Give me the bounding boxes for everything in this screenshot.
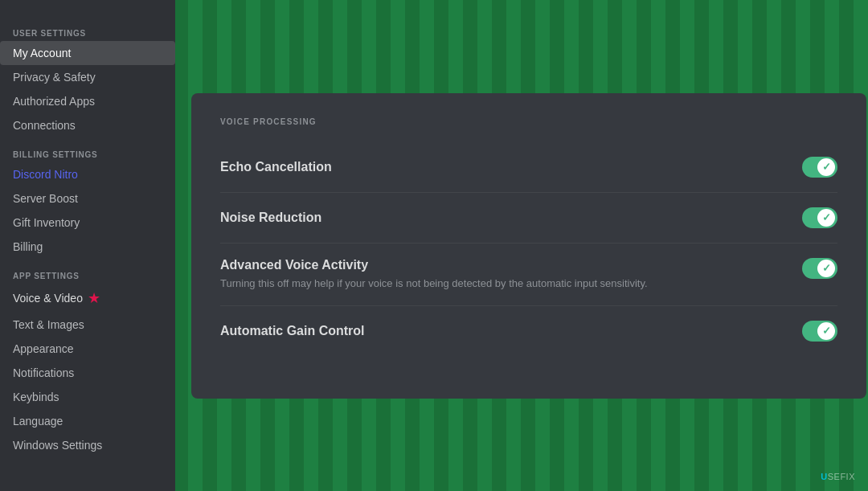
echo-cancellation-label: Echo Cancellation: [220, 160, 332, 174]
sidebar-item-connections[interactable]: Connections: [0, 113, 175, 137]
sidebar-item-server-boost[interactable]: Server Boost: [0, 186, 175, 211]
advanced-voice-activity-text: Advanced Voice Activity Turning this off…: [220, 258, 648, 291]
echo-cancellation-toggle[interactable]: ✓: [802, 157, 837, 178]
billing-settings-section-label: BILLING SETTINGS: [0, 137, 175, 162]
sidebar-item-voice-video[interactable]: Voice & Video ★: [0, 284, 175, 313]
setting-row-echo-cancellation: Echo Cancellation ✓: [220, 142, 837, 193]
advanced-voice-activity-toggle[interactable]: ✓: [802, 258, 837, 279]
sidebar-item-privacy-safety[interactable]: Privacy & Safety: [0, 65, 175, 89]
sidebar-item-text-images[interactable]: Text & Images: [0, 313, 175, 337]
check-icon: ✓: [822, 211, 831, 223]
settings-panel: VOICE PROCESSING Echo Cancellation ✓ Noi…: [191, 93, 866, 399]
automatic-gain-control-toggle[interactable]: ✓: [802, 321, 837, 342]
watermark: USEFIX: [821, 472, 855, 481]
advanced-voice-activity-label: Advanced Voice Activity: [220, 258, 648, 272]
noise-reduction-toggle[interactable]: ✓: [802, 207, 837, 228]
setting-row-automatic-gain-control: Automatic Gain Control ✓: [220, 306, 837, 356]
voice-video-label: Voice & Video: [13, 292, 83, 305]
sidebar-item-appearance[interactable]: Appearance: [0, 337, 175, 361]
toggle-knob: ✓: [817, 158, 835, 176]
check-icon: ✓: [822, 325, 831, 337]
automatic-gain-control-label: Automatic Gain Control: [220, 324, 365, 338]
watermark-suffix: SEFIX: [828, 472, 855, 481]
section-title: VOICE PROCESSING: [220, 117, 837, 126]
toggle-knob: ✓: [817, 209, 835, 227]
sidebar-item-my-account[interactable]: My Account: [0, 41, 175, 65]
toggle-knob: ✓: [817, 322, 835, 340]
setting-row-advanced-voice-activity: Advanced Voice Activity Turning this off…: [220, 243, 837, 306]
sidebar-item-windows-settings[interactable]: Windows Settings: [0, 433, 175, 457]
star-icon: ★: [88, 289, 100, 307]
sidebar-item-language[interactable]: Language: [0, 409, 175, 433]
sidebar-item-authorized-apps[interactable]: Authorized Apps: [0, 89, 175, 113]
sidebar-item-gift-inventory[interactable]: Gift Inventory: [0, 211, 175, 235]
sidebar: USER SETTINGS My Account Privacy & Safet…: [0, 0, 175, 491]
setting-row-noise-reduction: Noise Reduction ✓: [220, 193, 837, 243]
toggle-knob: ✓: [817, 260, 835, 277]
check-icon: ✓: [822, 161, 831, 173]
main-content: VOICE PROCESSING Echo Cancellation ✓ Noi…: [175, 0, 868, 491]
watermark-u: U: [821, 472, 827, 481]
advanced-voice-activity-desc: Turning this off may help if your voice …: [220, 276, 648, 291]
sidebar-item-billing[interactable]: Billing: [0, 235, 175, 259]
check-icon: ✓: [822, 262, 831, 274]
sidebar-item-keybinds[interactable]: Keybinds: [0, 385, 175, 409]
app-settings-section-label: APP SETTINGS: [0, 259, 175, 284]
noise-reduction-label: Noise Reduction: [220, 211, 321, 225]
user-settings-section-label: USER SETTINGS: [0, 16, 175, 41]
sidebar-item-notifications[interactable]: Notifications: [0, 361, 175, 385]
sidebar-item-discord-nitro[interactable]: Discord Nitro: [0, 162, 175, 186]
